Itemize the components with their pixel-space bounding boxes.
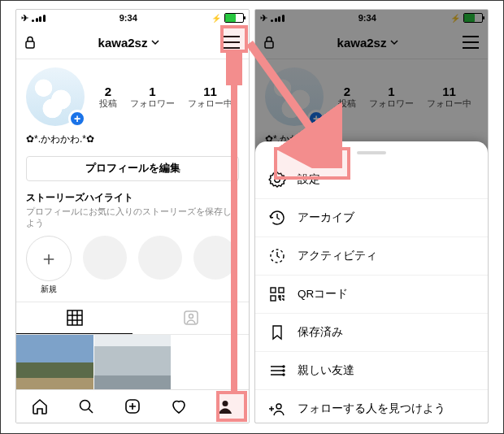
svg-point-14 <box>283 370 285 371</box>
annotation-arrow-diagonal <box>245 38 342 168</box>
svg-point-4 <box>80 401 89 410</box>
edit-profile-button[interactable]: プロフィールを編集 <box>26 156 239 181</box>
menu-saved[interactable]: 保存済み <box>255 314 488 352</box>
discover-people-icon <box>268 400 286 418</box>
avatar[interactable]: + <box>26 67 85 126</box>
nav-home[interactable] <box>16 390 63 423</box>
svg-rect-0 <box>26 41 34 48</box>
annotated-screenshot: 9:34 kawa2sz <box>0 0 504 434</box>
menu-close-friends[interactable]: 親しい友達 <box>255 352 488 390</box>
menu-discover-people[interactable]: フォローする人を見つけよう <box>255 390 488 423</box>
qr-icon <box>268 285 286 303</box>
airplane-icon <box>21 13 28 24</box>
svg-rect-1 <box>67 310 82 325</box>
phone-profile-screen: 9:34 kawa2sz <box>15 9 250 423</box>
menu-archive[interactable]: アーカイブ <box>255 199 488 237</box>
stat-posts[interactable]: 2 投稿 <box>99 85 117 110</box>
svg-rect-10 <box>271 288 276 293</box>
tab-grid[interactable] <box>16 302 133 334</box>
svg-point-13 <box>283 366 285 367</box>
annotation-arrow-vertical <box>226 53 242 391</box>
svg-rect-11 <box>279 288 284 293</box>
archive-icon <box>268 209 286 227</box>
activity-icon <box>268 247 286 265</box>
status-bar: 9:34 <box>16 10 249 26</box>
annotation-highlight-hamburger <box>220 25 248 53</box>
svg-point-16 <box>276 404 281 409</box>
highlight-placeholder <box>83 236 127 280</box>
menu-activity[interactable]: アクティビティ <box>255 237 488 276</box>
svg-line-18 <box>250 43 332 158</box>
battery-icon <box>224 13 244 23</box>
svg-point-15 <box>283 374 285 375</box>
username-label: kawa2sz <box>98 36 148 50</box>
bookmark-icon <box>268 323 286 341</box>
lock-icon <box>24 36 36 49</box>
highlight-placeholder <box>138 236 182 280</box>
nav-activity[interactable] <box>156 390 202 423</box>
highlight-new[interactable]: ＋ 新規 <box>26 236 72 295</box>
charging-icon <box>211 13 219 23</box>
signal-icon <box>32 15 46 22</box>
stat-followers[interactable]: 1 フォロワー <box>130 85 175 110</box>
bottom-nav <box>16 389 249 423</box>
close-friends-icon <box>268 362 286 380</box>
top-nav: kawa2sz <box>16 26 249 59</box>
sheet-grabber[interactable] <box>357 151 386 154</box>
highlights-desc: プロフィールにお気に入りのストーリーズを保存しよう <box>16 205 249 236</box>
annotation-highlight-profile-tab <box>216 391 247 422</box>
display-name: ✿*.かわかわ.*✿ <box>16 131 249 151</box>
nav-search[interactable] <box>63 390 109 423</box>
svg-point-3 <box>189 315 193 319</box>
svg-rect-12 <box>271 296 276 301</box>
bottom-sheet-menu: 設定 アーカイブ アクティビティ QRコード <box>255 141 488 423</box>
plus-icon: ＋ <box>26 236 72 281</box>
username-dropdown[interactable]: kawa2sz <box>98 36 161 50</box>
menu-qr-code[interactable]: QRコード <box>255 276 488 314</box>
clock: 9:34 <box>119 13 137 23</box>
chevron-down-icon <box>150 37 160 47</box>
nav-new-post[interactable] <box>109 390 155 423</box>
add-story-badge[interactable]: + <box>68 110 86 128</box>
highlights-title: ストーリーズハイライト <box>16 189 249 205</box>
